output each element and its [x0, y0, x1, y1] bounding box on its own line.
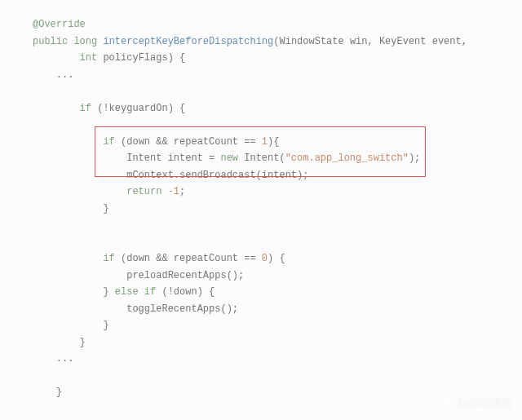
watermark-text: 51CTO博客	[457, 397, 512, 409]
watermark-icon	[444, 397, 457, 409]
cond4: (!down) {	[156, 286, 215, 298]
kw-int: int	[80, 52, 98, 64]
kw-return: return	[126, 186, 161, 197]
ellipsis-2: ...	[56, 353, 74, 365]
code-block: @Override public long interceptKeyBefore…	[0, 0, 522, 401]
kw-if-4: if	[144, 286, 156, 298]
kw-if-1: if	[80, 103, 91, 114]
intent-decl-a: Intent intent =	[126, 153, 220, 164]
cond1: (!keyguardOn) {	[91, 103, 185, 114]
ret-val: -1	[161, 186, 179, 197]
brace-close-3: }	[103, 320, 108, 331]
brace-close-1: }	[103, 203, 108, 214]
cond2-num: 1	[262, 136, 268, 148]
toggle-call: toggleRecentApps();	[126, 303, 238, 315]
method-name: interceptKeyBeforeDispatching	[103, 36, 273, 47]
watermark: 51CTO博客	[444, 396, 512, 413]
semi: ;	[179, 186, 185, 197]
kw-if-3: if	[103, 253, 114, 264]
brace-close-2: }	[103, 286, 108, 298]
cond3-post: ) {	[268, 253, 285, 264]
send-broadcast: mContext.sendBroadcast(intent);	[126, 170, 308, 181]
cond3-pre: (down && repeatCount ==	[115, 253, 262, 264]
cond3-num: 0	[262, 253, 268, 264]
param-sig-a: (WindowState win, KeyEvent event,	[273, 36, 467, 47]
annotation: @Override	[33, 19, 86, 30]
brace-close-4: }	[80, 337, 86, 348]
kw-if-2: if	[103, 136, 114, 148]
intent-decl-b: Intent(	[238, 153, 285, 164]
intent-decl-c: );	[409, 153, 420, 164]
kw-else: else	[115, 286, 139, 298]
preload-call: preloadRecentApps();	[126, 270, 244, 281]
param-sig-b: policyFlags) {	[97, 52, 185, 64]
kw-new: new	[220, 153, 238, 164]
kw-public: public	[33, 36, 68, 47]
brace-close-5: }	[56, 387, 62, 398]
kw-long: long	[73, 36, 97, 47]
cond2-pre: (down && repeatCount ==	[115, 136, 262, 148]
cond2-post: ){	[268, 136, 279, 148]
string-literal: "com.app_long_switch"	[285, 153, 409, 164]
ellipsis: ...	[56, 69, 74, 81]
